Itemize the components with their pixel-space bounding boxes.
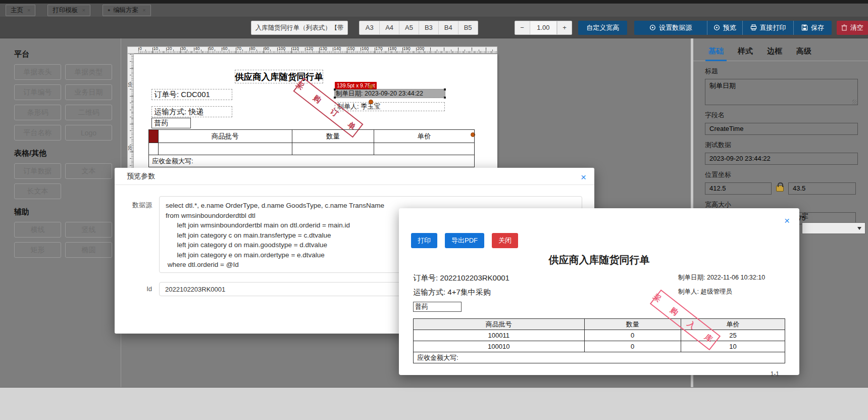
template-name-field[interactable]: 入库随货同行单（列表式）【带 [251, 21, 348, 35]
set-datasource-button[interactable]: 设置数据源 [634, 21, 707, 35]
print-button[interactable]: 打印 [411, 233, 437, 248]
preview-cell: 0 [584, 341, 681, 352]
sidebar-item-条形码[interactable]: 条形码 [14, 105, 61, 120]
zoom-out-button[interactable]: − [515, 21, 530, 34]
selection-handle[interactable] [444, 88, 446, 90]
canvas-doc-title-element[interactable]: 供应商入库随货同行单 [235, 70, 323, 83]
close-icon[interactable]: × [784, 216, 790, 225]
paper-size-B5[interactable]: B5 [458, 21, 478, 34]
paper-size-A5[interactable]: A5 [399, 21, 419, 34]
sidebar-item-Logo[interactable]: Logo [65, 125, 112, 141]
title-field-textarea[interactable]: 制单日期 [705, 79, 858, 105]
eye-icon [649, 24, 656, 31]
canvas-order-no-element[interactable]: 订单号: CDC001 [151, 89, 232, 100]
sidebar-item-订单编号[interactable]: 订单编号 [14, 84, 61, 100]
table-marker-cell[interactable] [149, 130, 159, 143]
lock-icon[interactable] [776, 185, 784, 192]
table-empty-cell[interactable] [292, 143, 374, 155]
position-x-input[interactable]: 412.5 [705, 182, 772, 195]
sidebar-item-单据表头[interactable]: 单据表头 [14, 64, 61, 80]
sidebar-item-业务日期[interactable]: 业务日期 [65, 84, 112, 100]
component-sidebar: 平台单据表头单据类型订单编号业务日期条形码二维码平台名称Logo表格/其他订单数… [0, 38, 121, 387]
sidebar-item-平台名称[interactable]: 平台名称 [14, 125, 61, 141]
custom-size-button[interactable]: 自定义宽高 [578, 21, 627, 35]
preview-order-no: 订单号: 2022102203RK0001 [413, 273, 509, 283]
canvas-date-text: 制单日期: 2023-09-20 23:44:22 [336, 90, 423, 97]
test-data-input[interactable]: 2023-09-20 23:44:22 [705, 153, 858, 165]
table-empty-cell[interactable] [158, 143, 292, 155]
sidebar-item-订单数据[interactable]: 订单数据 [14, 163, 61, 179]
canvas-drug-type-element[interactable]: 普药 [151, 118, 191, 128]
sidebar-item-椭圆[interactable]: 椭圆 [65, 242, 112, 258]
paper-size-A3[interactable]: A3 [360, 21, 379, 34]
tab-打印模板[interactable]: 打印模板× [47, 5, 90, 16]
tab-主页[interactable]: 主页× [6, 5, 35, 16]
direct-print-button[interactable]: 直接打印 [742, 21, 793, 35]
preview-table: 商品批号数量单价100011025100010010应收金额大写: [413, 318, 785, 363]
close-icon[interactable]: × [581, 172, 586, 182]
property-tab-基础[interactable]: 基础 [708, 46, 724, 56]
table-header-商品批号[interactable]: 商品批号 [158, 130, 292, 143]
sidebar-item-二维码[interactable]: 二维码 [65, 105, 112, 120]
sidebar-item-矩形[interactable]: 矩形 [14, 242, 61, 258]
position-y-input[interactable]: 43.5 [788, 182, 856, 195]
selection-handle[interactable] [334, 97, 336, 99]
table-empty-row[interactable] [149, 143, 475, 155]
table-empty-cell[interactable] [374, 143, 475, 155]
tab-close-icon[interactable]: × [82, 7, 85, 13]
ruler-number: 80 [250, 46, 255, 51]
save-label: 保存 [811, 23, 824, 32]
table-header-row: 商品批号数量单价 [149, 130, 475, 143]
sidebar-section-title: 平台 [14, 50, 121, 59]
sidebar-section-title: 辅助 [14, 207, 121, 217]
canvas-data-table[interactable]: 商品批号数量单价应收金额大写: [148, 129, 475, 167]
sidebar-item-单据类型[interactable]: 单据类型 [65, 64, 112, 80]
tab-编辑方案[interactable]: ●编辑方案× [103, 5, 151, 16]
paper-size-A4[interactable]: A4 [379, 21, 399, 34]
clear-button[interactable]: 清空 [837, 21, 868, 35]
close-button[interactable]: 关闭 [492, 233, 518, 248]
property-tab-样式[interactable]: 样式 [738, 46, 753, 56]
table-empty-cell[interactable] [149, 143, 159, 155]
anchor-dot[interactable] [369, 100, 373, 104]
property-tab-边框[interactable]: 边框 [767, 46, 782, 56]
tab-close-icon[interactable]: × [27, 7, 30, 13]
sidebar-item-横线[interactable]: 横线 [14, 222, 61, 238]
ruler-number: 10 [127, 82, 132, 87]
ruler-number: 170 [376, 46, 383, 51]
sidebar-item-文本[interactable]: 文本 [65, 163, 112, 179]
canvas-maker-element[interactable]: 制单人: 季玉宝 [335, 102, 445, 111]
export-pdf-button[interactable]: 导出PDF [445, 233, 484, 248]
zoom-in-button[interactable]: + [557, 21, 572, 34]
save-button[interactable]: 保存 [793, 21, 832, 35]
dialog-title: 预览参数 [115, 168, 594, 185]
property-tab-高级[interactable]: 高级 [796, 46, 811, 56]
ruler-number: 60 [223, 46, 227, 51]
paper-size-B3[interactable]: B3 [419, 21, 438, 34]
ruler-number: 140 [334, 46, 341, 51]
selection-handle[interactable] [444, 97, 446, 99]
canvas-date-element-selected[interactable]: 制单日期: 2023-09-20 23:44:22 [335, 89, 445, 98]
field-name-input[interactable]: CreateTime [705, 123, 858, 135]
partially-hidden-select[interactable] [802, 222, 865, 234]
selection-handle[interactable] [334, 88, 336, 90]
zoom-value[interactable]: 1.00 [530, 21, 557, 34]
canvas-transport-element[interactable]: 运输方式: 快递 [151, 106, 232, 117]
sidebar-item-长文本[interactable]: 长文本 [14, 183, 61, 199]
sidebar-item-竖线[interactable]: 竖线 [65, 222, 112, 238]
printer-icon [750, 24, 757, 31]
preview-cell: 100010 [414, 341, 585, 352]
sidebar-section-grid: 单据表头单据类型订单编号业务日期条形码二维码平台名称Logo [14, 64, 121, 141]
table-header-单价[interactable]: 单价 [374, 130, 475, 143]
preview-table-row: 100011025 [414, 330, 785, 341]
table-header-数量[interactable]: 数量 [292, 130, 374, 143]
paper-size-B4[interactable]: B4 [438, 21, 458, 34]
table-footer-cell[interactable]: 应收金额大写: [149, 155, 475, 167]
table-footer-row[interactable]: 应收金额大写: [149, 155, 475, 167]
sidebar-section-grid: 横线竖线矩形椭圆 [14, 222, 121, 258]
toolbar: 入库随货同行单（列表式）【带 A3A4A5B3B4B5 − 1.00 + 自定义… [0, 17, 868, 38]
tab-close-icon[interactable]: × [142, 7, 145, 13]
anchor-dot[interactable] [369, 84, 373, 89]
preview-maker: 制单人: 超级管理员 [678, 288, 785, 297]
preview-button[interactable]: 预览 [707, 21, 742, 35]
